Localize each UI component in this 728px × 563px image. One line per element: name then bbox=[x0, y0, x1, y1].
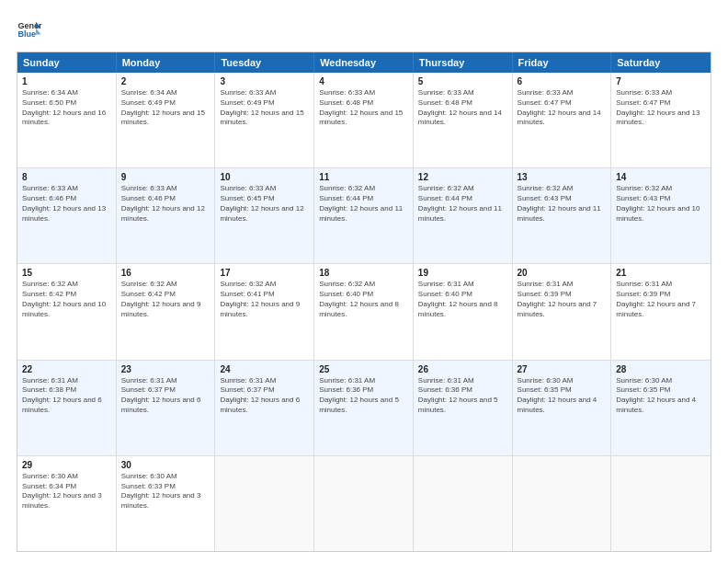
day-cell-18: 18Sunrise: 6:32 AMSunset: 6:40 PMDayligh… bbox=[314, 264, 414, 359]
calendar-row-0: 1Sunrise: 6:34 AMSunset: 6:50 PMDaylight… bbox=[17, 73, 711, 167]
logo: General Blue bbox=[17, 17, 42, 42]
day-cell-17: 17Sunrise: 6:32 AMSunset: 6:41 PMDayligh… bbox=[215, 264, 314, 359]
empty-cell bbox=[215, 456, 314, 551]
day-info: Sunrise: 6:33 AMSunset: 6:49 PMDaylight:… bbox=[220, 88, 309, 128]
empty-cell bbox=[611, 456, 711, 551]
day-info: Sunrise: 6:32 AMSunset: 6:44 PMDaylight:… bbox=[319, 184, 408, 224]
day-cell-13: 13Sunrise: 6:32 AMSunset: 6:43 PMDayligh… bbox=[513, 168, 612, 263]
day-info: Sunrise: 6:32 AMSunset: 6:41 PMDaylight:… bbox=[220, 280, 309, 319]
day-cell-30: 30Sunrise: 6:30 AMSunset: 6:33 PMDayligh… bbox=[117, 456, 216, 551]
day-number: 10 bbox=[220, 172, 309, 182]
day-number: 12 bbox=[418, 172, 507, 182]
day-number: 8 bbox=[22, 172, 111, 182]
day-info: Sunrise: 6:33 AMSunset: 6:46 PMDaylight:… bbox=[22, 184, 111, 224]
day-cell-12: 12Sunrise: 6:32 AMSunset: 6:44 PMDayligh… bbox=[414, 168, 513, 263]
calendar-row-3: 22Sunrise: 6:31 AMSunset: 6:38 PMDayligh… bbox=[17, 360, 711, 455]
day-cell-27: 27Sunrise: 6:30 AMSunset: 6:35 PMDayligh… bbox=[513, 361, 612, 455]
day-number: 30 bbox=[121, 460, 210, 470]
day-info: Sunrise: 6:31 AMSunset: 6:37 PMDaylight:… bbox=[220, 376, 309, 416]
day-cell-26: 26Sunrise: 6:31 AMSunset: 6:36 PMDayligh… bbox=[414, 361, 513, 455]
day-number: 21 bbox=[616, 268, 706, 278]
day-cell-29: 29Sunrise: 6:30 AMSunset: 6:34 PMDayligh… bbox=[17, 456, 117, 551]
day-info: Sunrise: 6:31 AMSunset: 6:39 PMDaylight:… bbox=[616, 280, 706, 319]
svg-text:Blue: Blue bbox=[17, 29, 36, 39]
empty-cell bbox=[513, 456, 612, 551]
day-number: 17 bbox=[220, 268, 309, 278]
day-number: 19 bbox=[418, 268, 507, 278]
day-number: 22 bbox=[22, 364, 111, 374]
day-info: Sunrise: 6:30 AMSunset: 6:34 PMDaylight:… bbox=[22, 472, 111, 511]
day-number: 25 bbox=[319, 364, 408, 374]
day-info: Sunrise: 6:33 AMSunset: 6:47 PMDaylight:… bbox=[518, 88, 607, 128]
logo-icon: General Blue bbox=[17, 17, 42, 42]
day-number: 26 bbox=[418, 364, 507, 374]
day-info: Sunrise: 6:34 AMSunset: 6:49 PMDaylight:… bbox=[121, 88, 210, 128]
day-info: Sunrise: 6:31 AMSunset: 6:36 PMDaylight:… bbox=[418, 376, 507, 416]
empty-cell bbox=[414, 456, 513, 551]
day-info: Sunrise: 6:33 AMSunset: 6:46 PMDaylight:… bbox=[121, 184, 210, 224]
day-info: Sunrise: 6:33 AMSunset: 6:47 PMDaylight:… bbox=[616, 88, 706, 128]
day-cell-14: 14Sunrise: 6:32 AMSunset: 6:43 PMDayligh… bbox=[611, 168, 711, 263]
day-info: Sunrise: 6:31 AMSunset: 6:37 PMDaylight:… bbox=[121, 376, 210, 416]
day-cell-20: 20Sunrise: 6:31 AMSunset: 6:39 PMDayligh… bbox=[513, 264, 612, 359]
day-number: 20 bbox=[518, 268, 607, 278]
day-number: 2 bbox=[121, 76, 210, 86]
page-header: General Blue bbox=[17, 17, 711, 42]
day-number: 23 bbox=[121, 364, 210, 374]
day-number: 11 bbox=[319, 172, 408, 182]
day-number: 4 bbox=[319, 76, 408, 86]
day-cell-9: 9Sunrise: 6:33 AMSunset: 6:46 PMDaylight… bbox=[117, 168, 216, 263]
day-info: Sunrise: 6:30 AMSunset: 6:35 PMDaylight:… bbox=[518, 376, 607, 416]
day-info: Sunrise: 6:32 AMSunset: 6:40 PMDaylight:… bbox=[319, 280, 408, 319]
day-cell-25: 25Sunrise: 6:31 AMSunset: 6:36 PMDayligh… bbox=[314, 361, 414, 455]
calendar-row-1: 8Sunrise: 6:33 AMSunset: 6:46 PMDaylight… bbox=[17, 167, 711, 263]
day-cell-15: 15Sunrise: 6:32 AMSunset: 6:42 PMDayligh… bbox=[17, 264, 117, 359]
day-cell-22: 22Sunrise: 6:31 AMSunset: 6:38 PMDayligh… bbox=[17, 361, 117, 455]
day-cell-6: 6Sunrise: 6:33 AMSunset: 6:47 PMDaylight… bbox=[513, 73, 612, 167]
calendar-header: SundayMondayTuesdayWednesdayThursdayFrid… bbox=[17, 52, 711, 73]
day-info: Sunrise: 6:33 AMSunset: 6:48 PMDaylight:… bbox=[319, 88, 408, 128]
day-cell-23: 23Sunrise: 6:31 AMSunset: 6:37 PMDayligh… bbox=[117, 361, 216, 455]
day-info: Sunrise: 6:30 AMSunset: 6:35 PMDaylight:… bbox=[616, 376, 706, 416]
day-cell-19: 19Sunrise: 6:31 AMSunset: 6:40 PMDayligh… bbox=[414, 264, 513, 359]
day-cell-1: 1Sunrise: 6:34 AMSunset: 6:50 PMDaylight… bbox=[17, 73, 117, 167]
day-cell-16: 16Sunrise: 6:32 AMSunset: 6:42 PMDayligh… bbox=[117, 264, 216, 359]
day-number: 14 bbox=[616, 172, 706, 182]
day-info: Sunrise: 6:33 AMSunset: 6:45 PMDaylight:… bbox=[220, 184, 309, 224]
day-info: Sunrise: 6:32 AMSunset: 6:44 PMDaylight:… bbox=[418, 184, 507, 224]
day-cell-10: 10Sunrise: 6:33 AMSunset: 6:45 PMDayligh… bbox=[215, 168, 314, 263]
day-info: Sunrise: 6:32 AMSunset: 6:43 PMDaylight:… bbox=[518, 184, 607, 224]
day-info: Sunrise: 6:32 AMSunset: 6:43 PMDaylight:… bbox=[616, 184, 706, 224]
calendar-row-2: 15Sunrise: 6:32 AMSunset: 6:42 PMDayligh… bbox=[17, 263, 711, 359]
day-number: 15 bbox=[22, 268, 111, 278]
day-cell-11: 11Sunrise: 6:32 AMSunset: 6:44 PMDayligh… bbox=[314, 168, 414, 263]
day-info: Sunrise: 6:31 AMSunset: 6:36 PMDaylight:… bbox=[319, 376, 408, 416]
empty-cell bbox=[314, 456, 414, 551]
day-number: 1 bbox=[22, 76, 111, 86]
day-cell-7: 7Sunrise: 6:33 AMSunset: 6:47 PMDaylight… bbox=[611, 73, 711, 167]
header-cell-monday: Monday bbox=[117, 52, 216, 73]
day-number: 7 bbox=[616, 76, 706, 86]
day-number: 3 bbox=[220, 76, 309, 86]
day-number: 16 bbox=[121, 268, 210, 278]
header-cell-sunday: Sunday bbox=[17, 52, 117, 73]
day-info: Sunrise: 6:30 AMSunset: 6:33 PMDaylight:… bbox=[121, 472, 210, 511]
day-number: 29 bbox=[22, 460, 111, 470]
header-cell-tuesday: Tuesday bbox=[215, 52, 314, 73]
day-number: 13 bbox=[518, 172, 607, 182]
header-cell-saturday: Saturday bbox=[611, 52, 711, 73]
header-cell-thursday: Thursday bbox=[414, 52, 513, 73]
day-info: Sunrise: 6:31 AMSunset: 6:39 PMDaylight:… bbox=[518, 280, 607, 319]
calendar-body: 1Sunrise: 6:34 AMSunset: 6:50 PMDaylight… bbox=[17, 73, 711, 551]
day-info: Sunrise: 6:33 AMSunset: 6:48 PMDaylight:… bbox=[418, 88, 507, 128]
day-number: 24 bbox=[220, 364, 309, 374]
day-number: 28 bbox=[616, 364, 706, 374]
day-cell-28: 28Sunrise: 6:30 AMSunset: 6:35 PMDayligh… bbox=[611, 361, 711, 455]
day-info: Sunrise: 6:32 AMSunset: 6:42 PMDaylight:… bbox=[22, 280, 111, 319]
day-cell-3: 3Sunrise: 6:33 AMSunset: 6:49 PMDaylight… bbox=[215, 73, 314, 167]
day-cell-21: 21Sunrise: 6:31 AMSunset: 6:39 PMDayligh… bbox=[611, 264, 711, 359]
day-number: 6 bbox=[518, 76, 607, 86]
day-info: Sunrise: 6:31 AMSunset: 6:40 PMDaylight:… bbox=[418, 280, 507, 319]
header-cell-friday: Friday bbox=[513, 52, 612, 73]
day-cell-4: 4Sunrise: 6:33 AMSunset: 6:48 PMDaylight… bbox=[314, 73, 414, 167]
